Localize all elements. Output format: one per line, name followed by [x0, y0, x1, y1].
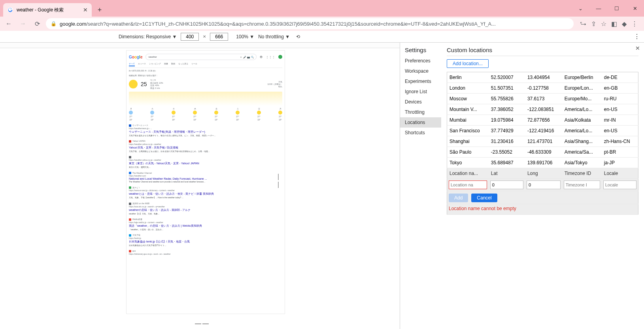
google-tab[interactable]: 画像 [164, 62, 168, 66]
dimensions-dropdown[interactable]: Dimensions: Responsive ▼ [119, 34, 177, 39]
zoom-dropdown[interactable]: 100% ▼ [236, 34, 254, 39]
rotate-icon[interactable]: ⟲ [296, 34, 300, 39]
device-menu-icon[interactable]: ⋮ [634, 33, 640, 40]
search-result[interactable]: 英辞郎 on the WEBhttps://eow.alc.co.jp › se… [129, 202, 282, 215]
settings-nav-item[interactable]: Locations [400, 117, 441, 128]
search-result[interactable]: 英ナビ！https://www.ei-navi.jp › dictionary … [129, 186, 282, 199]
window-minimize-icon[interactable]: — [589, 0, 608, 17]
resize-handle-bottom[interactable] [194, 323, 210, 326]
location-add-button[interactable]: Add [449, 194, 468, 202]
search-icon[interactable]: 🔍 [251, 56, 254, 58]
forecast-day[interactable]: 木27°18° [193, 107, 197, 121]
google-avatar[interactable] [278, 55, 282, 59]
settings-nav-item[interactable]: Devices [400, 97, 441, 107]
location-lon-input[interactable] [527, 180, 561, 189]
google-tab[interactable]: もっと見る [178, 62, 188, 66]
google-tab[interactable]: ツール [191, 62, 197, 66]
address-bar: ← → ⟳ 🔒 google.com/search?q=weather&rlz=… [0, 17, 644, 31]
google-search-box[interactable]: weather ✕🎤📷🔍 [145, 54, 257, 60]
location-lat-input[interactable] [490, 180, 523, 189]
tab-close-icon[interactable]: ✕ [83, 7, 88, 13]
share-icon[interactable]: ⇪ [591, 20, 596, 28]
throttling-dropdown[interactable]: No throttling ▼ [258, 34, 290, 39]
nav-forward-button[interactable]: → [17, 18, 28, 29]
location-row[interactable]: Tokyo35.689487139.691706Asia/Tokyoja-JP [447, 158, 638, 168]
search-result[interactable]: 天気予報https://tenki.jp日本気象協会 tenki.jp【公式】/… [129, 234, 282, 246]
forecast-day[interactable]: 火27°18° [150, 107, 154, 121]
tab-search-icon[interactable]: ⌄ [571, 0, 589, 17]
forecast-day[interactable]: 月27°18° [278, 107, 282, 121]
google-favicon [7, 7, 13, 13]
location-tz-input[interactable] [564, 180, 600, 189]
google-settings-icon[interactable]: ⚙ [260, 55, 263, 59]
location-row[interactable]: Shanghai31.230416121.473701Asia/Shang...… [447, 136, 638, 147]
window-titlebar: weather - Google 検索 ✕ + ⌄ — ☐ ✕ [0, 0, 644, 17]
dim-separator: ✕ [203, 34, 206, 39]
google-tab[interactable]: ニュース [138, 62, 146, 66]
resize-handle-right[interactable] [277, 173, 280, 189]
google-tab[interactable]: ショッピング [149, 62, 161, 66]
location-buttons-row: AddCancel [447, 191, 638, 204]
google-tabs: すべてニュースショッピング画像動画もっと見るツール [129, 62, 282, 68]
settings-nav-item[interactable]: Preferences [400, 56, 441, 66]
close-settings-icon[interactable]: ✕ [635, 45, 640, 51]
location-name-input[interactable] [449, 180, 487, 189]
device-toolbar: Dimensions: Responsive ▼ ✕ 100% ▼ No thr… [0, 31, 644, 43]
location-locale-input[interactable] [603, 180, 636, 189]
nav-back-button[interactable]: ← [3, 18, 14, 29]
device-viewport-area: Google weather ✕🎤📷🔍 ⚙ ⋮⋮⋮ すべてニュースショッピング画… [0, 43, 400, 329]
window-maximize-icon[interactable]: ☐ [608, 0, 626, 17]
search-result[interactable]: The Weather Channelhttps://weather.comNa… [129, 172, 282, 183]
url-field[interactable]: 🔒 google.com/search?q=weather&rlz=1C1YTU… [46, 18, 574, 29]
location-row[interactable]: São Paulo-23.55052-46.633309America/Sa..… [447, 147, 638, 158]
google-logo[interactable]: Google [129, 55, 142, 59]
window-close-icon[interactable]: ✕ [626, 0, 644, 17]
sidepanel-icon[interactable]: ◧ [611, 20, 617, 28]
location-row[interactable]: Mumbai19.07598472.877656Asia/Kolkatamr-I… [447, 115, 638, 126]
location-row[interactable]: Berlin52.52000713.404954Europe/Berlinde-… [447, 72, 638, 83]
nav-reload-button[interactable]: ⟳ [32, 18, 43, 29]
search-result[interactable]: goohttps://dictionary.goo.ne.jp › word ›… [129, 250, 282, 255]
browser-tab[interactable]: weather - Google 検索 ✕ [3, 3, 92, 17]
search-result[interactable]: Weblio辞書https://ejje.weblio.jp › content… [129, 218, 282, 231]
new-tab-button[interactable]: + [94, 4, 105, 15]
chrome-menu-icon[interactable]: ⋮ [631, 20, 638, 28]
settings-nav-item[interactable]: Shortcuts [400, 128, 441, 138]
width-input[interactable] [181, 33, 199, 41]
location-cancel-button[interactable]: Cancel [471, 194, 497, 202]
extension-icon[interactable]: ◆ [622, 20, 627, 28]
settings-nav-item[interactable]: Throttling [400, 107, 441, 117]
height-input[interactable] [210, 33, 228, 41]
clear-icon[interactable]: ✕ [240, 56, 242, 58]
location-row[interactable]: Mountain V...37.386052-122.083851America… [447, 104, 638, 115]
search-result[interactable]: https://weather.yahoo.co.jp › weather東京（… [129, 156, 282, 168]
google-apps-icon[interactable]: ⋮⋮⋮ [266, 55, 275, 59]
forecast-day[interactable]: 金27°18° [214, 107, 218, 121]
url-host: google.com [60, 21, 86, 27]
settings-nav-item[interactable]: Experiments [400, 76, 441, 86]
settings-nav-item[interactable]: Ignore List [400, 86, 441, 97]
weather-condition: 晴れ [267, 85, 282, 88]
forecast-day[interactable]: 日27°18° [257, 107, 261, 121]
forecast-day[interactable]: 月27°18° [129, 107, 133, 121]
weather-temp: 25 [141, 81, 147, 87]
search-result[interactable]: ウェザーニュースhttps://weathernews.jp › ...ウェザー… [129, 124, 282, 137]
add-location-button[interactable]: Add location... [447, 59, 489, 68]
forecast-day[interactable]: 土27°18° [236, 107, 240, 121]
weather-chart[interactable] [129, 92, 282, 106]
settings-nav-item[interactable]: Workspace [400, 66, 441, 76]
location-row[interactable]: Moscow55.75582637.6173Europe/Mo...ru-RU [447, 94, 638, 104]
lens-icon[interactable]: 📷 [247, 56, 250, 58]
google-tab[interactable]: 動画 [171, 62, 175, 66]
forecast-day[interactable]: 水27°18° [172, 107, 176, 121]
mic-icon[interactable]: 🎤 [243, 56, 246, 58]
weather-card: 25 °C | °F 降水確率: 10% 湿度: 40% 風速: 2 m/s 天… [129, 79, 282, 89]
device-frame[interactable]: Google weather ✕🎤📷🔍 ⚙ ⋮⋮⋮ すべてニュースショッピング画… [127, 51, 285, 314]
location-row[interactable]: San Francisco37.774929-122.419416America… [447, 126, 638, 136]
bookmark-icon[interactable]: ☆ [601, 20, 606, 28]
translate-icon[interactable]: ⮑ [580, 20, 586, 27]
search-result[interactable]: Yahoo! JAPANhttps://weather.yahoo.co.jp … [129, 140, 282, 152]
divider [447, 56, 638, 56]
location-row[interactable]: London51.507351-0.127758Europe/Lon...en-… [447, 83, 638, 94]
google-tab[interactable]: すべて [129, 62, 135, 66]
